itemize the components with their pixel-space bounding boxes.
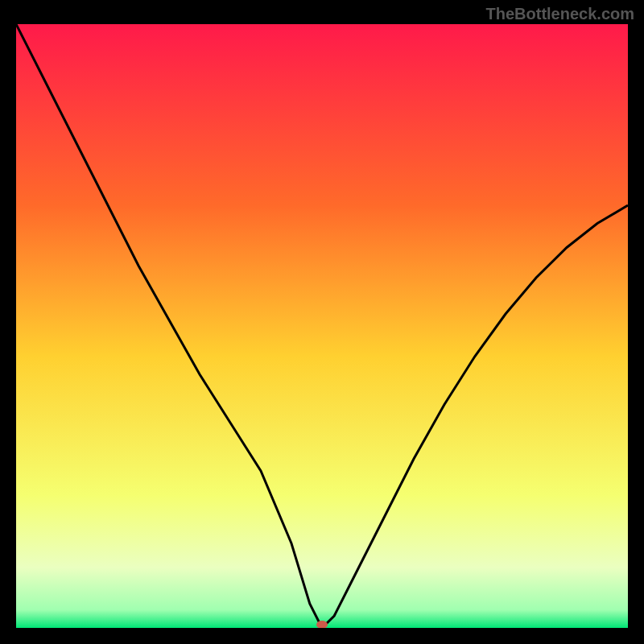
gradient-background — [16, 24, 628, 628]
watermark-label: TheBottleneck.com — [486, 5, 634, 23]
chart-svg — [16, 24, 628, 628]
chart-frame: TheBottleneck.com — [0, 0, 644, 644]
plot-area — [16, 24, 628, 628]
